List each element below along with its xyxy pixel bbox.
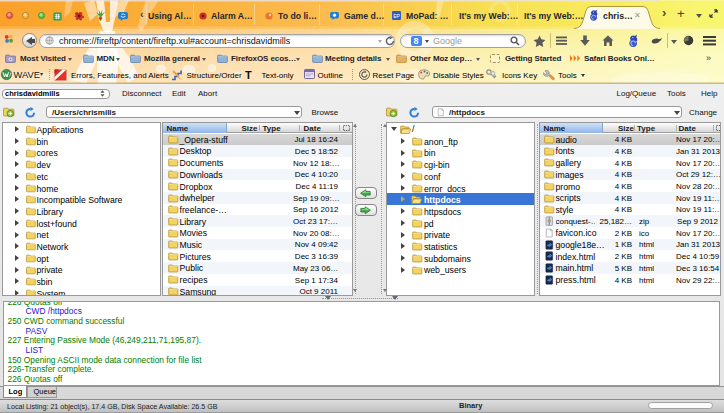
svg-text:EP: EP xyxy=(393,14,400,19)
